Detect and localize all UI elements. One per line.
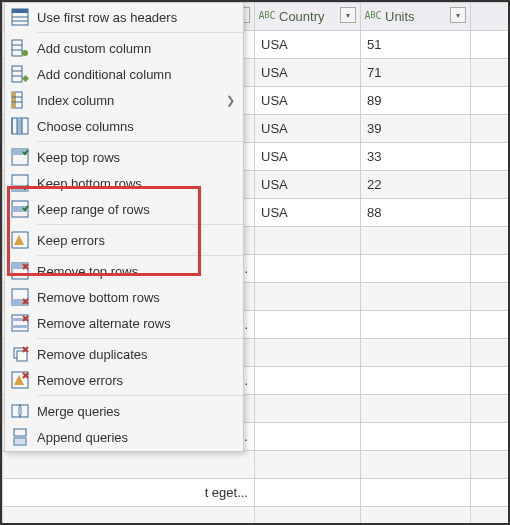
menu-use-first-row[interactable]: Use first row as headers (5, 4, 243, 30)
cell-extra[interactable] (471, 87, 509, 115)
remove-alternate-rows-icon (9, 312, 31, 334)
cell-extra[interactable] (471, 479, 509, 507)
cell-country[interactable]: USA (255, 143, 361, 171)
keep-range-rows-icon (9, 198, 31, 220)
cell-country[interactable]: USA (255, 171, 361, 199)
cell-extra[interactable] (471, 199, 509, 227)
menu-keep-bottom-rows[interactable]: Keep bottom rows (5, 170, 243, 196)
cell-units[interactable]: 39 (361, 115, 471, 143)
cell-country[interactable] (255, 451, 361, 479)
cell-units[interactable] (361, 311, 471, 339)
menu-label: Remove errors (37, 373, 235, 388)
cell-units[interactable] (361, 227, 471, 255)
abc-type-icon: ABC (365, 7, 381, 23)
menu-label: Use first row as headers (37, 10, 235, 25)
cell-country[interactable] (255, 507, 361, 526)
cell-period[interactable] (3, 451, 255, 479)
cell-units[interactable] (361, 423, 471, 451)
cell-units[interactable]: 33 (361, 143, 471, 171)
menu-append-queries[interactable]: Append queries (5, 424, 243, 450)
cell-extra[interactable] (471, 395, 509, 423)
menu-remove-errors[interactable]: Remove errors (5, 367, 243, 393)
cell-country[interactable] (255, 479, 361, 507)
column-header-units[interactable]: ABC Units ▾ (361, 3, 471, 31)
menu-remove-top-rows[interactable]: Remove top rows (5, 258, 243, 284)
menu-add-custom-column[interactable]: Add custom column (5, 35, 243, 61)
cell-extra[interactable] (471, 143, 509, 171)
menu-remove-duplicates[interactable]: Remove duplicates (5, 341, 243, 367)
menu-merge-queries[interactable]: Merge queries (5, 398, 243, 424)
cell-extra[interactable] (471, 451, 509, 479)
cell-units[interactable]: 89 (361, 87, 471, 115)
cell-extra[interactable] (471, 115, 509, 143)
cell-units[interactable]: 51 (361, 31, 471, 59)
cell-country[interactable]: USA (255, 59, 361, 87)
cell-period[interactable]: t eget... (3, 479, 255, 507)
cell-country[interactable] (255, 255, 361, 283)
table-row[interactable] (3, 507, 509, 526)
filter-dropdown-icon[interactable]: ▾ (450, 7, 466, 23)
cell-units[interactable] (361, 339, 471, 367)
separator (37, 224, 243, 225)
cell-extra[interactable] (471, 283, 509, 311)
keep-bottom-rows-icon (9, 172, 31, 194)
menu-keep-top-rows[interactable]: Keep top rows (5, 144, 243, 170)
cell-country[interactable] (255, 367, 361, 395)
cell-extra[interactable] (471, 255, 509, 283)
cell-extra[interactable] (471, 311, 509, 339)
cell-country[interactable] (255, 311, 361, 339)
cell-units[interactable] (361, 283, 471, 311)
menu-keep-range-rows[interactable]: Keep range of rows (5, 196, 243, 222)
submenu-arrow-icon: ❯ (226, 94, 235, 107)
menu-keep-errors[interactable]: Keep errors (5, 227, 243, 253)
cell-extra[interactable] (471, 171, 509, 199)
cell-country[interactable] (255, 423, 361, 451)
cell-extra[interactable] (471, 59, 509, 87)
cell-country[interactable] (255, 283, 361, 311)
cell-units[interactable]: 22 (361, 171, 471, 199)
svg-marker-47 (14, 375, 24, 385)
cell-country[interactable]: USA (255, 31, 361, 59)
menu-label: Keep range of rows (37, 202, 235, 217)
cell-country[interactable] (255, 227, 361, 255)
separator (37, 395, 243, 396)
table-row[interactable]: t eget... (3, 479, 509, 507)
cell-units[interactable] (361, 367, 471, 395)
cell-extra[interactable] (471, 227, 509, 255)
cell-units[interactable] (361, 479, 471, 507)
menu-label: Remove top rows (37, 264, 235, 279)
cell-units[interactable] (361, 507, 471, 526)
menu-label: Choose columns (37, 119, 235, 134)
menu-label: Remove duplicates (37, 347, 235, 362)
cell-units[interactable]: 71 (361, 59, 471, 87)
cell-units[interactable] (361, 451, 471, 479)
svg-rect-53 (14, 429, 26, 436)
cell-period[interactable] (3, 507, 255, 526)
menu-choose-columns[interactable]: Choose columns (5, 113, 243, 139)
cell-extra[interactable] (471, 339, 509, 367)
cell-extra[interactable] (471, 423, 509, 451)
cell-units[interactable]: 88 (361, 199, 471, 227)
cell-extra[interactable] (471, 367, 509, 395)
choose-columns-icon (9, 115, 31, 137)
menu-remove-alternate-rows[interactable]: Remove alternate rows (5, 310, 243, 336)
filter-dropdown-icon[interactable]: ▾ (340, 7, 356, 23)
menu-remove-bottom-rows[interactable]: Remove bottom rows (5, 284, 243, 310)
menu-label: Append queries (37, 430, 235, 445)
cell-country[interactable]: USA (255, 199, 361, 227)
table-row[interactable] (3, 451, 509, 479)
cell-extra[interactable] (471, 31, 509, 59)
svg-rect-43 (17, 351, 27, 361)
cell-country[interactable]: USA (255, 87, 361, 115)
cell-extra[interactable] (471, 507, 509, 526)
column-header-extra (471, 3, 509, 31)
menu-add-conditional-column[interactable]: Add conditional column (5, 61, 243, 87)
cell-country[interactable] (255, 339, 361, 367)
cell-country[interactable] (255, 395, 361, 423)
menu-index-column[interactable]: Index column ❯ (5, 87, 243, 113)
cell-country[interactable]: USA (255, 115, 361, 143)
svg-rect-13 (12, 92, 16, 108)
column-header-country[interactable]: ABC Country ▾ (255, 3, 361, 31)
cell-units[interactable] (361, 255, 471, 283)
cell-units[interactable] (361, 395, 471, 423)
